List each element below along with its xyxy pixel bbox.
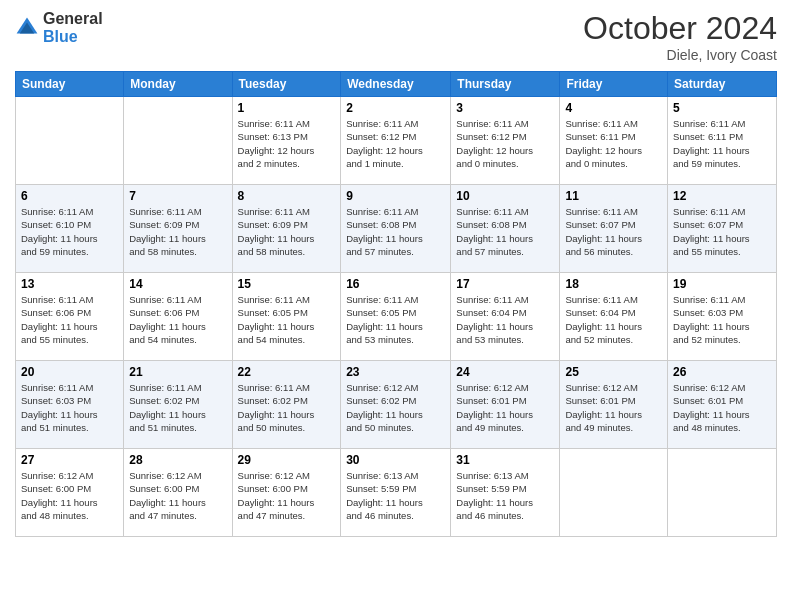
day-info: Sunrise: 6:11 AM Sunset: 6:12 PM Dayligh…	[456, 117, 554, 170]
calendar-cell: 2Sunrise: 6:11 AM Sunset: 6:12 PM Daylig…	[341, 97, 451, 185]
month-title: October 2024	[583, 10, 777, 47]
day-info: Sunrise: 6:11 AM Sunset: 6:05 PM Dayligh…	[346, 293, 445, 346]
calendar-header-row: Sunday Monday Tuesday Wednesday Thursday…	[16, 72, 777, 97]
col-sunday: Sunday	[16, 72, 124, 97]
calendar-cell: 21Sunrise: 6:11 AM Sunset: 6:02 PM Dayli…	[124, 361, 232, 449]
day-info: Sunrise: 6:11 AM Sunset: 6:04 PM Dayligh…	[456, 293, 554, 346]
calendar-cell: 19Sunrise: 6:11 AM Sunset: 6:03 PM Dayli…	[668, 273, 777, 361]
calendar-cell: 6Sunrise: 6:11 AM Sunset: 6:10 PM Daylig…	[16, 185, 124, 273]
day-info: Sunrise: 6:12 AM Sunset: 6:01 PM Dayligh…	[673, 381, 771, 434]
day-number: 9	[346, 189, 445, 203]
day-info: Sunrise: 6:11 AM Sunset: 6:06 PM Dayligh…	[129, 293, 226, 346]
day-info: Sunrise: 6:11 AM Sunset: 6:11 PM Dayligh…	[673, 117, 771, 170]
day-info: Sunrise: 6:11 AM Sunset: 6:08 PM Dayligh…	[456, 205, 554, 258]
calendar-cell: 1Sunrise: 6:11 AM Sunset: 6:13 PM Daylig…	[232, 97, 341, 185]
logo-text: General Blue	[43, 10, 103, 45]
calendar-cell: 30Sunrise: 6:13 AM Sunset: 5:59 PM Dayli…	[341, 449, 451, 537]
day-info: Sunrise: 6:11 AM Sunset: 6:07 PM Dayligh…	[565, 205, 662, 258]
calendar-cell: 10Sunrise: 6:11 AM Sunset: 6:08 PM Dayli…	[451, 185, 560, 273]
page: General Blue October 2024 Diele, Ivory C…	[0, 0, 792, 612]
calendar-cell: 24Sunrise: 6:12 AM Sunset: 6:01 PM Dayli…	[451, 361, 560, 449]
day-info: Sunrise: 6:13 AM Sunset: 5:59 PM Dayligh…	[346, 469, 445, 522]
day-number: 11	[565, 189, 662, 203]
calendar-cell: 13Sunrise: 6:11 AM Sunset: 6:06 PM Dayli…	[16, 273, 124, 361]
day-number: 26	[673, 365, 771, 379]
day-number: 25	[565, 365, 662, 379]
day-number: 10	[456, 189, 554, 203]
day-number: 31	[456, 453, 554, 467]
col-wednesday: Wednesday	[341, 72, 451, 97]
calendar-cell: 31Sunrise: 6:13 AM Sunset: 5:59 PM Dayli…	[451, 449, 560, 537]
calendar-week-row: 1Sunrise: 6:11 AM Sunset: 6:13 PM Daylig…	[16, 97, 777, 185]
calendar-cell: 16Sunrise: 6:11 AM Sunset: 6:05 PM Dayli…	[341, 273, 451, 361]
calendar-week-row: 27Sunrise: 6:12 AM Sunset: 6:00 PM Dayli…	[16, 449, 777, 537]
day-info: Sunrise: 6:11 AM Sunset: 6:13 PM Dayligh…	[238, 117, 336, 170]
calendar-cell: 29Sunrise: 6:12 AM Sunset: 6:00 PM Dayli…	[232, 449, 341, 537]
day-number: 27	[21, 453, 118, 467]
calendar-cell: 7Sunrise: 6:11 AM Sunset: 6:09 PM Daylig…	[124, 185, 232, 273]
day-info: Sunrise: 6:11 AM Sunset: 6:08 PM Dayligh…	[346, 205, 445, 258]
day-info: Sunrise: 6:12 AM Sunset: 6:01 PM Dayligh…	[565, 381, 662, 434]
day-number: 2	[346, 101, 445, 115]
calendar-cell: 25Sunrise: 6:12 AM Sunset: 6:01 PM Dayli…	[560, 361, 668, 449]
day-info: Sunrise: 6:11 AM Sunset: 6:05 PM Dayligh…	[238, 293, 336, 346]
day-number: 20	[21, 365, 118, 379]
calendar-cell: 20Sunrise: 6:11 AM Sunset: 6:03 PM Dayli…	[16, 361, 124, 449]
location: Diele, Ivory Coast	[583, 47, 777, 63]
calendar-cell: 23Sunrise: 6:12 AM Sunset: 6:02 PM Dayli…	[341, 361, 451, 449]
day-number: 4	[565, 101, 662, 115]
calendar-cell: 5Sunrise: 6:11 AM Sunset: 6:11 PM Daylig…	[668, 97, 777, 185]
day-number: 12	[673, 189, 771, 203]
day-number: 22	[238, 365, 336, 379]
day-number: 5	[673, 101, 771, 115]
day-number: 18	[565, 277, 662, 291]
col-monday: Monday	[124, 72, 232, 97]
day-number: 21	[129, 365, 226, 379]
day-number: 6	[21, 189, 118, 203]
day-number: 14	[129, 277, 226, 291]
calendar-cell: 27Sunrise: 6:12 AM Sunset: 6:00 PM Dayli…	[16, 449, 124, 537]
calendar-cell: 14Sunrise: 6:11 AM Sunset: 6:06 PM Dayli…	[124, 273, 232, 361]
day-number: 29	[238, 453, 336, 467]
day-info: Sunrise: 6:11 AM Sunset: 6:04 PM Dayligh…	[565, 293, 662, 346]
day-info: Sunrise: 6:11 AM Sunset: 6:09 PM Dayligh…	[238, 205, 336, 258]
col-thursday: Thursday	[451, 72, 560, 97]
calendar-cell	[16, 97, 124, 185]
day-number: 19	[673, 277, 771, 291]
day-info: Sunrise: 6:11 AM Sunset: 6:06 PM Dayligh…	[21, 293, 118, 346]
day-number: 24	[456, 365, 554, 379]
day-info: Sunrise: 6:12 AM Sunset: 6:01 PM Dayligh…	[456, 381, 554, 434]
day-info: Sunrise: 6:12 AM Sunset: 6:02 PM Dayligh…	[346, 381, 445, 434]
calendar-week-row: 20Sunrise: 6:11 AM Sunset: 6:03 PM Dayli…	[16, 361, 777, 449]
day-info: Sunrise: 6:12 AM Sunset: 6:00 PM Dayligh…	[21, 469, 118, 522]
logo: General Blue	[15, 10, 103, 45]
day-info: Sunrise: 6:11 AM Sunset: 6:02 PM Dayligh…	[129, 381, 226, 434]
day-number: 23	[346, 365, 445, 379]
day-number: 8	[238, 189, 336, 203]
calendar-cell: 12Sunrise: 6:11 AM Sunset: 6:07 PM Dayli…	[668, 185, 777, 273]
calendar-cell: 3Sunrise: 6:11 AM Sunset: 6:12 PM Daylig…	[451, 97, 560, 185]
title-block: October 2024 Diele, Ivory Coast	[583, 10, 777, 63]
logo-icon	[15, 16, 39, 40]
day-info: Sunrise: 6:13 AM Sunset: 5:59 PM Dayligh…	[456, 469, 554, 522]
col-saturday: Saturday	[668, 72, 777, 97]
day-info: Sunrise: 6:11 AM Sunset: 6:07 PM Dayligh…	[673, 205, 771, 258]
calendar-cell: 28Sunrise: 6:12 AM Sunset: 6:00 PM Dayli…	[124, 449, 232, 537]
day-number: 3	[456, 101, 554, 115]
day-info: Sunrise: 6:11 AM Sunset: 6:03 PM Dayligh…	[673, 293, 771, 346]
day-number: 7	[129, 189, 226, 203]
calendar-cell: 26Sunrise: 6:12 AM Sunset: 6:01 PM Dayli…	[668, 361, 777, 449]
col-tuesday: Tuesday	[232, 72, 341, 97]
day-info: Sunrise: 6:12 AM Sunset: 6:00 PM Dayligh…	[238, 469, 336, 522]
day-number: 30	[346, 453, 445, 467]
day-number: 16	[346, 277, 445, 291]
day-info: Sunrise: 6:11 AM Sunset: 6:11 PM Dayligh…	[565, 117, 662, 170]
day-info: Sunrise: 6:11 AM Sunset: 6:10 PM Dayligh…	[21, 205, 118, 258]
day-number: 28	[129, 453, 226, 467]
calendar-cell: 18Sunrise: 6:11 AM Sunset: 6:04 PM Dayli…	[560, 273, 668, 361]
day-info: Sunrise: 6:11 AM Sunset: 6:02 PM Dayligh…	[238, 381, 336, 434]
day-number: 15	[238, 277, 336, 291]
calendar-cell: 17Sunrise: 6:11 AM Sunset: 6:04 PM Dayli…	[451, 273, 560, 361]
calendar-cell	[124, 97, 232, 185]
header: General Blue October 2024 Diele, Ivory C…	[15, 10, 777, 63]
